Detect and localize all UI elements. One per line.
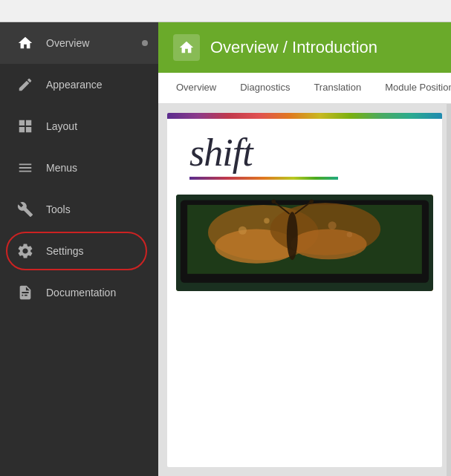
top-bar	[0, 0, 451, 22]
sidebar-appearance-label: Appearance	[46, 79, 103, 91]
content-area: Overview / Introduction Overview Diagnos…	[158, 22, 451, 476]
gradient-bar	[167, 113, 442, 119]
sidebar-layout-label: Layout	[46, 120, 77, 132]
svg-point-12	[239, 226, 247, 235]
svg-point-15	[347, 232, 352, 237]
tab-translation[interactable]: Translation	[303, 74, 371, 102]
laptop-image-area	[176, 195, 433, 291]
tab-bar: Overview Diagnostics Translation Module …	[158, 73, 451, 104]
sidebar-item-overview[interactable]: Overview	[0, 22, 158, 64]
svg-point-10	[271, 200, 276, 204]
svg-point-7	[287, 212, 298, 260]
pen-icon	[15, 74, 36, 95]
settings-icon	[15, 241, 36, 261]
sidebar-tools-label: Tools	[46, 203, 71, 215]
layout-icon	[15, 116, 36, 137]
svg-point-6	[291, 229, 366, 259]
sidebar-overview-label: Overview	[46, 37, 89, 49]
home-icon	[15, 33, 36, 53]
sidebar: Overview Appearance Layout	[0, 22, 158, 476]
sidebar-settings-label: Settings	[46, 245, 84, 257]
svg-point-14	[328, 221, 337, 229]
sidebar-menus-label: Menus	[46, 162, 77, 174]
doc-icon	[15, 282, 36, 303]
brand-name: shift	[189, 134, 420, 172]
svg-point-13	[264, 218, 269, 224]
sidebar-item-tools[interactable]: Tools	[0, 189, 158, 230]
tab-diagnostics[interactable]: Diagnostics	[230, 74, 300, 102]
header-home-icon	[173, 34, 200, 61]
overview-dot	[142, 40, 148, 46]
header-bar: Overview / Introduction	[158, 22, 451, 73]
menus-icon	[15, 157, 36, 178]
sidebar-item-layout[interactable]: Layout	[0, 105, 158, 147]
sidebar-item-menus[interactable]: Menus	[0, 147, 158, 189]
butterfly-image	[176, 195, 433, 291]
sidebar-item-settings[interactable]: Settings	[0, 230, 158, 272]
shift-color-line	[189, 177, 338, 180]
content-panel: shift	[158, 104, 451, 476]
scrollbar[interactable]	[447, 104, 451, 476]
sidebar-documentation-label: Documentation	[46, 287, 116, 299]
svg-point-11	[310, 200, 314, 204]
sidebar-item-documentation[interactable]: Documentation	[0, 272, 158, 313]
tools-icon	[15, 199, 36, 220]
tab-module-positions[interactable]: Module Positions	[374, 74, 451, 102]
main-layout: Overview Appearance Layout	[0, 22, 451, 476]
shift-logo-area: shift	[167, 119, 442, 187]
header-title: Overview / Introduction	[210, 38, 377, 57]
white-card: shift	[167, 113, 442, 467]
tab-overview[interactable]: Overview	[166, 74, 227, 102]
sidebar-item-appearance[interactable]: Appearance	[0, 64, 158, 105]
